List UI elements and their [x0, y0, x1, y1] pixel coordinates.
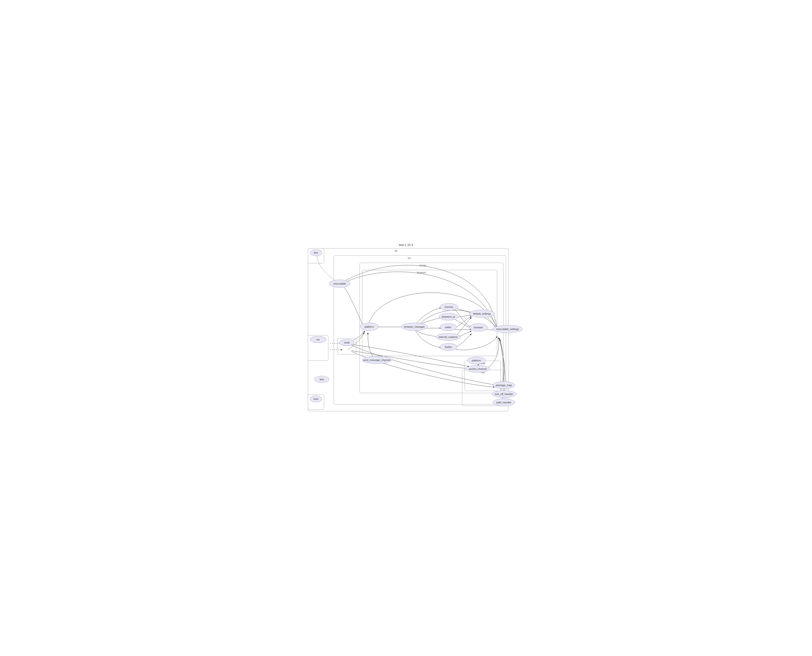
node-test-standalone: test — [314, 376, 329, 383]
node-platform: platform — [360, 323, 379, 331]
node-path-handler: path_handler — [493, 399, 515, 406]
node-browser-node: browser — [469, 323, 488, 331]
node-firefox: firefox — [440, 343, 457, 351]
node-internet-explorer: internet_explorer — [436, 333, 461, 341]
node-browser-manager: browser_manager — [401, 323, 428, 331]
node-socket-channel: socket_channel — [466, 365, 490, 373]
node-post-message-channel: post_message_channel — [362, 356, 392, 364]
cluster-lib-label: lib — [395, 249, 397, 252]
cluster-browser-label: browser — [417, 271, 426, 274]
node-chrome: chrome — [440, 303, 458, 311]
diagram-wrapper: test-1.15.3 — [301, 243, 511, 413]
node-node-platform: platform — [467, 357, 486, 364]
box-bootstrap-left: bootstrap browser node vm — [308, 335, 328, 361]
box-bootstrap-right: bootstrap browser node — [338, 338, 356, 354]
node-executable: executable — [329, 280, 350, 288]
node-executable-settings: executable_settings — [493, 325, 523, 333]
node-one-off-handler: one_off_handler — [492, 390, 516, 398]
node-package-map: package_map — [493, 381, 515, 389]
diagram-title: test-1.15.3 — [301, 243, 511, 247]
node-bootstrap-node-right: node — [339, 339, 354, 346]
box-tool-host: tool host — [308, 395, 324, 410]
cluster-runner-label: runner — [419, 264, 427, 267]
node-default-settings: default_settings — [469, 310, 495, 318]
node-bootstrap-vm-left: vm — [310, 336, 326, 343]
cluster-src-label: src — [408, 257, 411, 260]
node-phantom-js: phantom_js — [439, 313, 458, 320]
box-bin: bin test — [308, 248, 324, 263]
node-tool-host: host — [310, 396, 322, 402]
node-safari: safari — [440, 323, 457, 331]
node-bin-test: test — [310, 249, 322, 256]
